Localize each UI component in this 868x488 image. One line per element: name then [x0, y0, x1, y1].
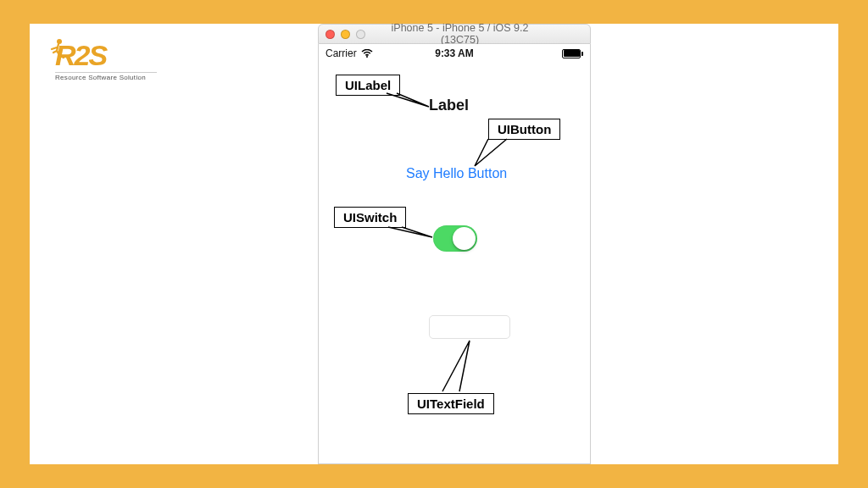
zoom-icon[interactable]	[356, 30, 365, 39]
carrier-label: Carrier	[326, 47, 357, 59]
callout-uitextfield: UITextField	[408, 393, 494, 414]
logo-tagline: Resource Software Solution	[55, 72, 157, 81]
status-bar: Carrier 9:33 AM	[319, 44, 590, 63]
callout-uibutton: UIButton	[488, 119, 560, 140]
callout-pointer-icon	[387, 225, 437, 246]
uilabel: Label	[429, 97, 469, 114]
close-icon[interactable]	[326, 30, 335, 39]
battery-icon	[562, 49, 583, 58]
switch-knob	[453, 227, 476, 250]
uiswitch[interactable]	[433, 225, 477, 252]
callout-uilabel: UILabel	[336, 75, 400, 96]
svg-point-0	[57, 39, 62, 44]
window-titlebar[interactable]: iPhone 5 - iPhone 5 / iOS 9.2 (13C75)	[318, 24, 591, 44]
brand-logo: R2S Resource Software Solution	[55, 39, 157, 81]
runner-icon	[50, 37, 65, 66]
uitextfield[interactable]	[429, 315, 510, 339]
say-hello-button[interactable]: Say Hello Button	[406, 166, 507, 181]
minimize-icon[interactable]	[341, 30, 350, 39]
callout-pointer-icon	[437, 339, 488, 393]
wifi-icon	[361, 49, 373, 58]
window-title: iPhone 5 - iPhone 5 / iOS 9.2 (13C75)	[372, 22, 583, 46]
phone-screen: Carrier 9:33 AM La	[318, 44, 591, 464]
callout-uiswitch: UISwitch	[334, 207, 406, 228]
simulator-window: iPhone 5 - iPhone 5 / iOS 9.2 (13C75) Ca…	[318, 24, 591, 464]
svg-point-1	[366, 56, 368, 58]
